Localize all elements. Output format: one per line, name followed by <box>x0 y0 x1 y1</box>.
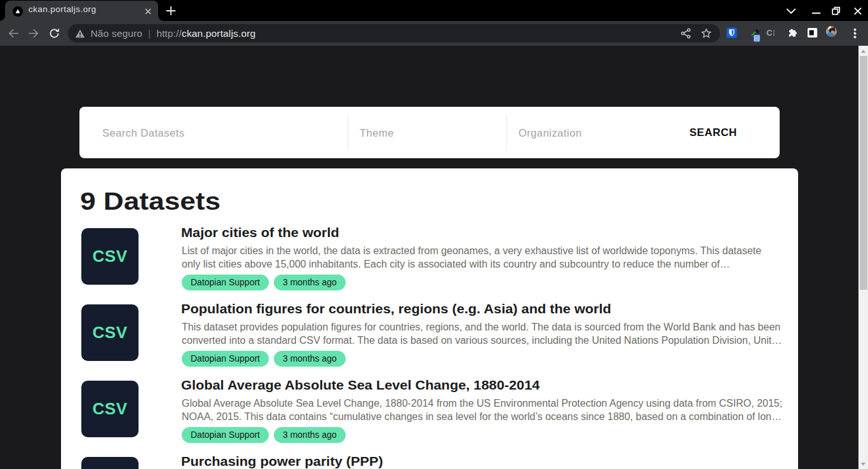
svg-text:C: C <box>766 28 773 37</box>
